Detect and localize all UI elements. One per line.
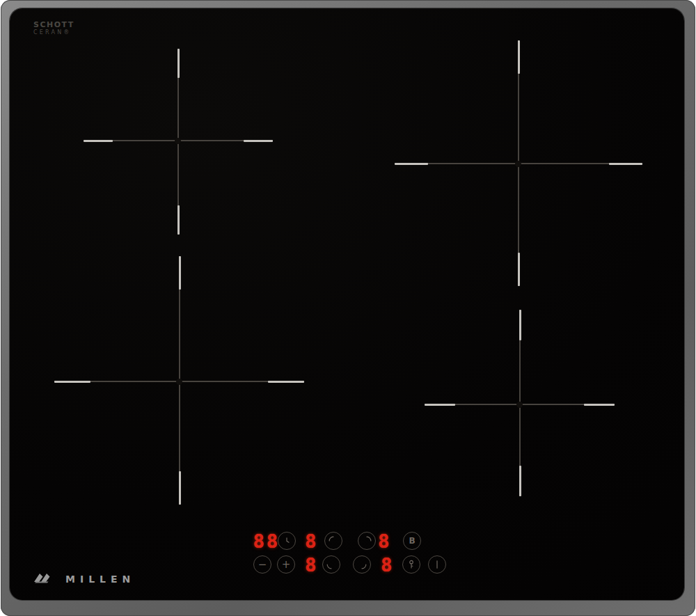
cross-tip-left <box>425 404 455 406</box>
plus-label: + <box>282 560 291 570</box>
minus-label: − <box>258 560 267 570</box>
power-button[interactable] <box>428 555 446 574</box>
millen-logo: MILLEN <box>33 571 135 587</box>
cross-tip-left <box>395 163 428 165</box>
cross-tip-top <box>518 40 520 74</box>
key-icon <box>405 558 418 571</box>
cooktop-photo: SCHOTT CERAN® <box>0 0 696 616</box>
cross-tip-left <box>54 381 90 383</box>
cross-tip-right <box>244 140 273 142</box>
booster-label: B <box>409 537 415 545</box>
power-icon <box>431 558 443 571</box>
booster-button[interactable]: B <box>403 532 421 550</box>
cross-tip-bottom <box>519 466 521 496</box>
arc-top-right-icon <box>360 534 374 548</box>
cross-center-dot <box>176 379 182 385</box>
cross-tip-top <box>177 49 180 78</box>
timer-button[interactable] <box>278 532 296 550</box>
zone-select-back-left-button[interactable] <box>324 532 342 550</box>
zone-select-back-right-button[interactable] <box>358 532 376 550</box>
arc-bottom-right-icon <box>355 558 369 571</box>
ceramic-glass-surface <box>10 8 684 600</box>
cross-center-dot <box>175 138 181 144</box>
cross-tip-top <box>179 256 181 290</box>
plus-button[interactable]: + <box>277 555 295 574</box>
zone-select-front-right-button[interactable] <box>353 555 371 574</box>
clock-icon <box>280 535 293 547</box>
schott-logo-line1: SCHOTT <box>33 21 74 29</box>
zone-select-front-left-button[interactable] <box>322 555 340 574</box>
minus-button[interactable]: − <box>253 555 271 574</box>
millen-mountain-icon <box>33 571 58 587</box>
zone-display-back-left: 8 <box>305 530 318 552</box>
cross-center-dot <box>516 402 523 408</box>
schott-logo-line2: CERAN® <box>33 30 74 35</box>
arc-bottom-left-icon <box>324 558 338 571</box>
millen-wordmark: MILLEN <box>65 574 135 585</box>
cross-tip-right <box>609 163 642 165</box>
zone-display-front-right: 8 <box>381 554 394 576</box>
zone-display-front-left: 8 <box>305 554 318 576</box>
cross-center-dot <box>515 161 521 167</box>
cross-tip-right <box>268 381 304 383</box>
arc-top-left-icon <box>326 534 340 548</box>
schott-ceran-logo: SCHOTT CERAN® <box>33 21 74 35</box>
cross-tip-bottom <box>177 205 180 235</box>
cross-tip-bottom <box>179 471 181 505</box>
zone-display-back-right: 8 <box>378 530 391 552</box>
cross-tip-right <box>584 404 615 406</box>
cross-tip-top <box>519 310 521 340</box>
cross-tip-left <box>84 140 113 142</box>
timer-display: 88 <box>253 530 280 552</box>
child-lock-button[interactable] <box>402 555 420 574</box>
cross-tip-bottom <box>518 253 520 286</box>
